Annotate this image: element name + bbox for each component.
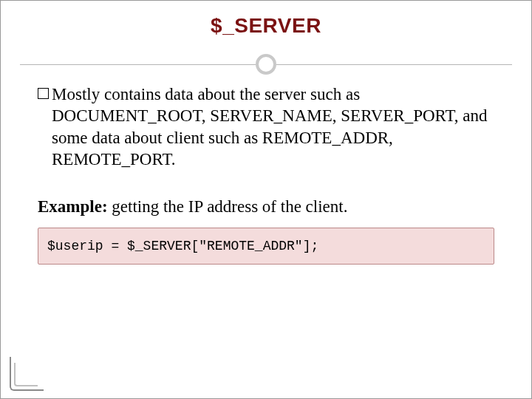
divider-circle-icon	[256, 54, 276, 75]
slide: $_SERVER Mostly contains data about the …	[0, 0, 532, 399]
bullet-item: Mostly contains data about the server su…	[38, 83, 494, 171]
page-title: $_SERVER	[1, 14, 531, 38]
example-text: getting the IP address of the client.	[108, 197, 348, 216]
content-area: Mostly contains data about the server su…	[1, 76, 531, 217]
bullet-text: Mostly contains data about the server su…	[52, 83, 494, 171]
bullet-square-icon	[38, 88, 49, 99]
corner-decoration-icon	[10, 358, 42, 391]
example-line: Example: getting the IP address of the c…	[38, 196, 494, 217]
code-block: $userip = $_SERVER["REMOTE_ADDR"];	[38, 228, 494, 265]
title-divider	[1, 54, 531, 76]
example-label: Example:	[38, 197, 108, 216]
